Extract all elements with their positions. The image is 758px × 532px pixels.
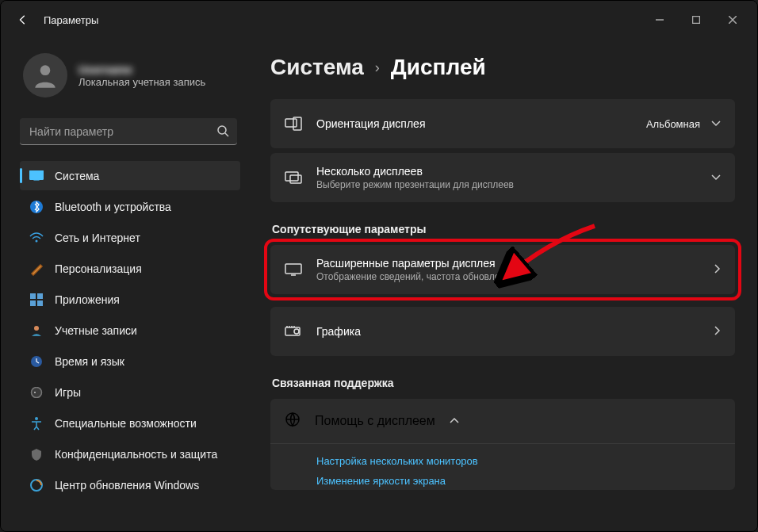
card-multiple-displays[interactable]: Несколько дисплеев Выберите режим презен… <box>270 153 735 202</box>
back-button[interactable] <box>7 4 39 36</box>
sidebar-item-label: Сеть и Интернет <box>55 232 140 244</box>
chevron-right-icon <box>714 264 721 276</box>
sidebar-item-accessibility[interactable]: Специальные возможности <box>20 408 240 438</box>
account-type: Локальная учетная запись <box>78 76 205 88</box>
svg-point-1 <box>40 65 51 75</box>
nav: Система Bluetooth и устройства Сеть и Ин… <box>20 161 240 499</box>
breadcrumb-root[interactable]: Система <box>270 55 364 80</box>
shield-icon <box>29 447 44 461</box>
svg-rect-3 <box>29 171 43 180</box>
card-title: Ориентация дисплея <box>316 117 632 130</box>
clock-icon <box>29 354 44 369</box>
section-support: Связанная поддержка <box>272 377 735 389</box>
chevron-up-icon <box>450 415 459 427</box>
help-link[interactable]: Изменение яркости экрана <box>316 475 721 487</box>
chevron-down-icon <box>711 118 721 129</box>
svg-point-6 <box>36 239 38 242</box>
avatar <box>23 53 67 98</box>
help-header[interactable]: Помощь с дисплеем <box>270 399 735 443</box>
breadcrumb: Система › Дисплей <box>270 55 735 80</box>
sidebar-item-label: Система <box>55 170 99 182</box>
accessibility-icon <box>29 416 44 431</box>
svg-point-22 <box>294 329 299 334</box>
user-block[interactable]: Username Локальная учетная запись <box>20 47 240 112</box>
sidebar-item-label: Bluetooth и устройства <box>55 201 171 213</box>
sidebar-item-label: Учетные записи <box>55 324 137 337</box>
window-title: Параметры <box>44 14 98 26</box>
sidebar: Username Локальная учетная запись Систем… <box>1 39 247 531</box>
card-orientation[interactable]: Ориентация дисплея Альбомная <box>270 99 735 148</box>
sidebar-item-time[interactable]: Время и язык <box>20 346 240 376</box>
card-graphics[interactable]: Графика <box>270 307 735 356</box>
svg-rect-19 <box>290 175 301 183</box>
svg-point-11 <box>34 326 39 331</box>
sidebar-item-privacy[interactable]: Конфиденциальность и защита <box>20 439 240 469</box>
svg-rect-9 <box>30 300 36 306</box>
svg-rect-16 <box>285 119 297 127</box>
svg-rect-8 <box>37 293 43 299</box>
wifi-icon <box>29 231 44 245</box>
main-content: Система › Дисплей Ориентация дисплея Аль… <box>247 39 757 531</box>
sidebar-item-label: Приложения <box>55 293 120 306</box>
svg-rect-0 <box>693 17 700 24</box>
sidebar-item-label: Игры <box>55 386 81 399</box>
svg-rect-4 <box>33 180 39 181</box>
card-title: Несколько дисплеев <box>316 165 697 178</box>
sidebar-item-update[interactable]: Центр обновления Windows <box>20 470 240 499</box>
orientation-select[interactable]: Альбомная <box>646 118 721 130</box>
titlebar: Параметры <box>1 1 757 39</box>
brush-icon <box>29 262 44 276</box>
card-subtitle: Отображение сведений, частота обновления <box>316 271 700 282</box>
sidebar-item-label: Время и язык <box>55 355 124 368</box>
svg-point-13 <box>32 387 42 397</box>
search-input[interactable] <box>20 118 237 145</box>
sidebar-item-label: Специальные возможности <box>55 417 197 430</box>
displays-icon <box>285 171 302 184</box>
card-title: Помощь с дисплеем <box>315 414 435 428</box>
sidebar-item-gaming[interactable]: Игры <box>20 377 240 407</box>
svg-rect-20 <box>285 264 301 274</box>
graphics-icon <box>285 325 302 338</box>
chevron-right-icon: › <box>375 59 380 76</box>
sidebar-item-accounts[interactable]: Учетные записи <box>20 316 240 345</box>
gamepad-icon <box>29 385 44 400</box>
svg-point-2 <box>218 126 226 134</box>
monitor-icon <box>285 263 302 276</box>
section-related: Сопутствующие параметры <box>272 223 735 235</box>
sidebar-item-network[interactable]: Сеть и Интернет <box>20 223 240 252</box>
search-icon <box>216 124 229 140</box>
chevron-right-icon <box>714 326 721 338</box>
chevron-down-icon <box>711 172 721 183</box>
apps-icon <box>29 293 44 307</box>
globe-icon <box>285 411 301 431</box>
select-value: Альбомная <box>646 118 700 130</box>
sidebar-item-label: Персонализация <box>55 262 142 275</box>
minimize-button[interactable] <box>641 7 678 33</box>
svg-point-14 <box>35 417 38 420</box>
bluetooth-icon <box>29 200 44 214</box>
sidebar-item-label: Центр обновления Windows <box>55 479 199 492</box>
card-title: Расширенные параметры дисплея <box>316 257 700 270</box>
sidebar-item-personalization[interactable]: Персонализация <box>20 254 240 283</box>
card-title: Графика <box>316 325 700 338</box>
sidebar-item-bluetooth[interactable]: Bluetooth и устройства <box>20 192 240 221</box>
breadcrumb-leaf: Дисплей <box>391 55 486 80</box>
orientation-icon <box>285 117 302 131</box>
help-link[interactable]: Настройка нескольких мониторов <box>316 455 721 467</box>
person-icon <box>29 323 44 338</box>
svg-rect-7 <box>30 293 36 299</box>
maximize-button[interactable] <box>678 7 714 33</box>
sidebar-item-apps[interactable]: Приложения <box>20 285 240 314</box>
user-name: Username <box>78 63 205 76</box>
svg-rect-10 <box>37 300 43 306</box>
sidebar-item-label: Конфиденциальность и защита <box>55 448 217 461</box>
card-advanced-display[interactable]: Расширенные параметры дисплея Отображени… <box>270 245 735 294</box>
svg-rect-18 <box>285 172 298 181</box>
sidebar-item-system[interactable]: Система <box>20 161 240 190</box>
settings-window: Параметры Username Локальная учетная зап… <box>0 0 758 532</box>
display-icon <box>29 169 44 183</box>
update-icon <box>29 478 44 492</box>
card-help: Помощь с дисплеем Настройка нескольких м… <box>270 399 735 490</box>
card-subtitle: Выберите режим презентации для дисплеев <box>316 179 697 190</box>
close-button[interactable] <box>714 7 751 33</box>
